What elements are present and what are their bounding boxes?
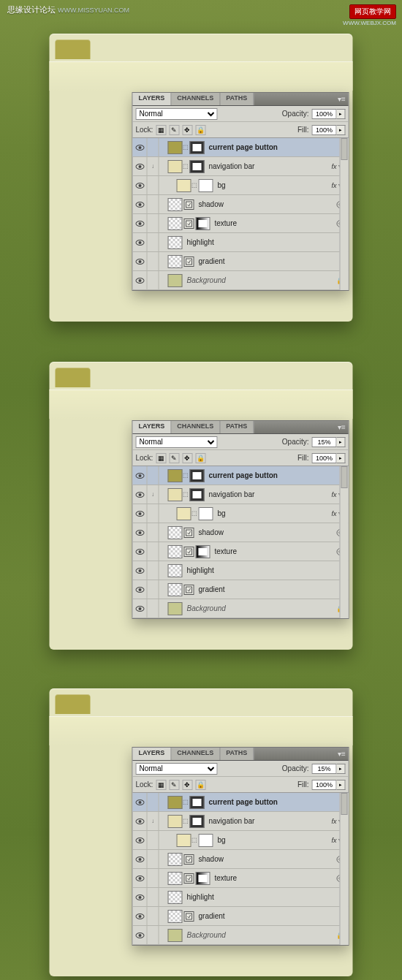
link-col[interactable] xyxy=(148,138,159,156)
opacity-flyout-icon[interactable]: ▸ xyxy=(337,764,346,774)
layer-thumbnail[interactable] xyxy=(168,469,183,482)
visibility-toggle[interactable] xyxy=(133,214,148,232)
layer-thumbnail[interactable] xyxy=(168,545,183,558)
fill-input[interactable] xyxy=(312,125,337,135)
tab-channels[interactable]: CHANNELS xyxy=(171,93,220,105)
layer-row[interactable]: ⬚current page button xyxy=(133,466,349,485)
lock-pixels-icon[interactable]: ✎ xyxy=(169,780,179,790)
lock-transparency-icon[interactable]: ▦ xyxy=(156,780,166,790)
current-page-tab[interactable] xyxy=(56,368,91,387)
layer-row[interactable]: ↓⬚navigation barfx▾ xyxy=(133,485,349,504)
link-col[interactable] xyxy=(148,907,159,925)
layer-name[interactable]: navigation bar xyxy=(209,817,255,825)
visibility-toggle[interactable] xyxy=(133,233,148,251)
lock-all-icon[interactable]: 🔒 xyxy=(195,125,205,135)
link-col[interactable] xyxy=(148,926,159,944)
fx-badge[interactable]: fx xyxy=(331,491,336,498)
visibility-toggle[interactable] xyxy=(133,580,148,599)
tab-layers[interactable]: LAYERS xyxy=(133,93,172,105)
layer-row[interactable]: ⬚bgfx▾ xyxy=(133,176,349,195)
layer-mask[interactable] xyxy=(199,179,213,192)
layer-row[interactable]: shadow⊕ xyxy=(133,523,349,542)
layer-thumbnail[interactable] xyxy=(177,179,191,192)
fx-badge[interactable]: fx xyxy=(331,818,336,825)
layer-mask[interactable] xyxy=(196,872,211,885)
current-page-tab[interactable] xyxy=(56,39,91,59)
layer-row[interactable]: ⬚bgfx▾ xyxy=(133,831,349,850)
layer-name[interactable]: highlight xyxy=(187,566,214,574)
layer-row[interactable]: Background🔒 xyxy=(133,599,349,618)
layer-name[interactable]: texture xyxy=(215,219,238,227)
layer-thumbnail[interactable] xyxy=(168,872,183,885)
layer-name[interactable]: current page button xyxy=(209,143,278,151)
layer-name[interactable]: shadow xyxy=(199,855,224,863)
blend-mode-select[interactable]: Normal xyxy=(136,108,218,120)
visibility-toggle[interactable] xyxy=(133,542,148,561)
layer-row[interactable]: gradient xyxy=(133,252,349,271)
layer-row[interactable]: ↓⬚navigation barfx▾ xyxy=(133,812,349,831)
link-col[interactable] xyxy=(148,888,159,906)
layer-name[interactable]: texture xyxy=(215,547,238,555)
link-col[interactable]: ↓ xyxy=(148,812,159,830)
layer-thumbnail[interactable] xyxy=(168,910,183,923)
layer-row[interactable]: ⬚current page button xyxy=(133,138,349,157)
link-col[interactable] xyxy=(148,271,159,289)
layer-row[interactable]: ⬚bgfx▾ xyxy=(133,504,349,523)
fx-badge[interactable]: fx xyxy=(331,837,336,844)
layer-mask[interactable] xyxy=(190,469,205,482)
scrollbar-thumb[interactable] xyxy=(341,138,348,160)
visibility-toggle[interactable] xyxy=(133,523,148,542)
layer-name[interactable]: Background xyxy=(187,276,226,284)
layer-thumbnail[interactable] xyxy=(168,929,183,942)
layer-name[interactable]: navigation bar xyxy=(209,490,255,498)
layer-name[interactable]: gradient xyxy=(199,257,225,265)
visibility-toggle[interactable] xyxy=(133,793,148,811)
lock-pixels-icon[interactable]: ✎ xyxy=(169,453,179,463)
layer-row[interactable]: highlight xyxy=(133,561,349,580)
blend-mode-select[interactable]: Normal xyxy=(136,436,218,448)
layer-thumbnail[interactable] xyxy=(168,217,183,230)
layer-thumbnail[interactable] xyxy=(168,160,183,173)
layer-thumbnail[interactable] xyxy=(168,488,183,501)
fx-badge[interactable]: fx xyxy=(331,510,336,517)
lock-transparency-icon[interactable]: ▦ xyxy=(156,453,166,463)
layer-mask[interactable] xyxy=(196,545,211,558)
current-page-tab[interactable] xyxy=(56,694,91,714)
layer-name[interactable]: bg xyxy=(218,836,226,844)
visibility-toggle[interactable] xyxy=(133,561,148,580)
layer-row[interactable]: Background🔒 xyxy=(133,271,349,290)
visibility-toggle[interactable] xyxy=(133,907,148,925)
lock-all-icon[interactable]: 🔒 xyxy=(195,780,205,790)
layer-thumbnail[interactable] xyxy=(168,583,183,596)
layer-thumbnail[interactable] xyxy=(168,198,183,211)
fx-badge[interactable]: fx xyxy=(331,163,336,170)
scrollbar[interactable] xyxy=(340,466,349,618)
visibility-toggle[interactable] xyxy=(133,271,148,289)
layer-mask[interactable] xyxy=(190,141,205,154)
layer-row[interactable]: shadow⊕ xyxy=(133,850,349,869)
link-col[interactable] xyxy=(148,580,159,599)
link-col[interactable] xyxy=(148,850,159,868)
layer-mask[interactable] xyxy=(199,834,213,847)
visibility-toggle[interactable] xyxy=(133,888,148,906)
layer-thumbnail[interactable] xyxy=(168,274,183,287)
tab-channels[interactable]: CHANNELS xyxy=(171,421,220,433)
visibility-toggle[interactable] xyxy=(133,869,148,887)
visibility-toggle[interactable] xyxy=(133,176,148,194)
fx-badge[interactable]: fx xyxy=(331,182,336,189)
lock-all-icon[interactable]: 🔒 xyxy=(195,453,205,463)
layer-row[interactable]: texture⊕ xyxy=(133,542,349,561)
visibility-toggle[interactable] xyxy=(133,850,148,868)
opacity-flyout-icon[interactable]: ▸ xyxy=(337,437,346,447)
visibility-toggle[interactable] xyxy=(133,138,148,156)
link-col[interactable] xyxy=(148,252,159,270)
lock-position-icon[interactable]: ✥ xyxy=(182,780,192,790)
scrollbar-thumb[interactable] xyxy=(341,793,348,815)
layer-row[interactable]: Background🔒 xyxy=(133,926,349,945)
layer-row[interactable]: gradient xyxy=(133,907,349,926)
layer-thumbnail[interactable] xyxy=(168,236,183,249)
layer-mask[interactable] xyxy=(199,507,213,520)
link-col[interactable] xyxy=(148,233,159,251)
layer-row[interactable]: gradient xyxy=(133,580,349,599)
link-col[interactable] xyxy=(148,831,159,849)
